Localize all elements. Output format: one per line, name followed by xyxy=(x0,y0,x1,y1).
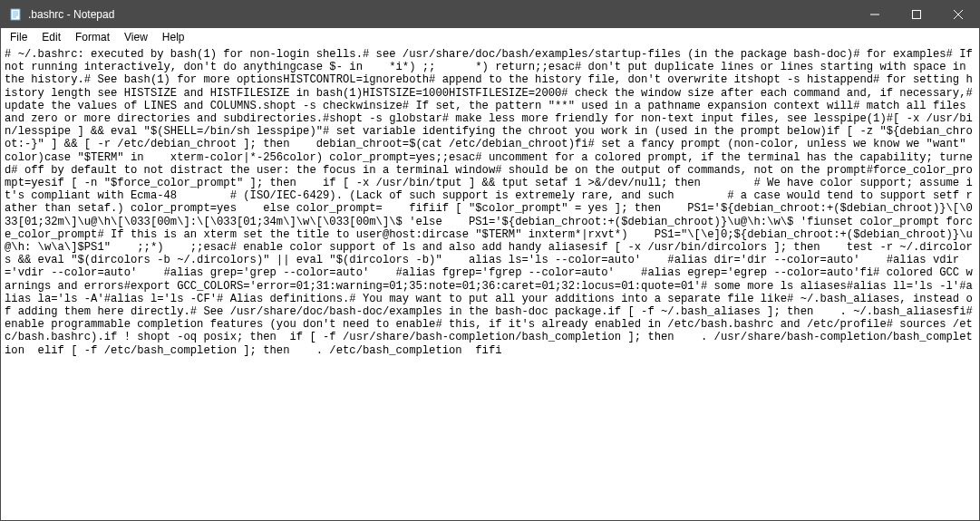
menu-format[interactable]: Format xyxy=(68,29,117,45)
menu-view[interactable]: View xyxy=(117,29,155,45)
svg-rect-0 xyxy=(11,9,20,20)
maximize-button[interactable] xyxy=(896,1,937,28)
text-editor-content[interactable]: # ~/.bashrc: executed by bash(1) for non… xyxy=(1,46,979,520)
notepad-icon xyxy=(8,7,23,22)
menubar: File Edit Format View Help xyxy=(1,28,979,46)
close-button[interactable] xyxy=(937,1,979,28)
menu-file[interactable]: File xyxy=(3,29,34,45)
menu-help[interactable]: Help xyxy=(155,29,192,45)
titlebar[interactable]: .bashrc - Notepad xyxy=(1,1,979,28)
svg-rect-6 xyxy=(913,11,921,19)
minimize-button[interactable] xyxy=(854,1,896,28)
window-controls xyxy=(854,1,979,28)
menu-edit[interactable]: Edit xyxy=(34,29,68,45)
window-title: .bashrc - Notepad xyxy=(28,8,854,21)
